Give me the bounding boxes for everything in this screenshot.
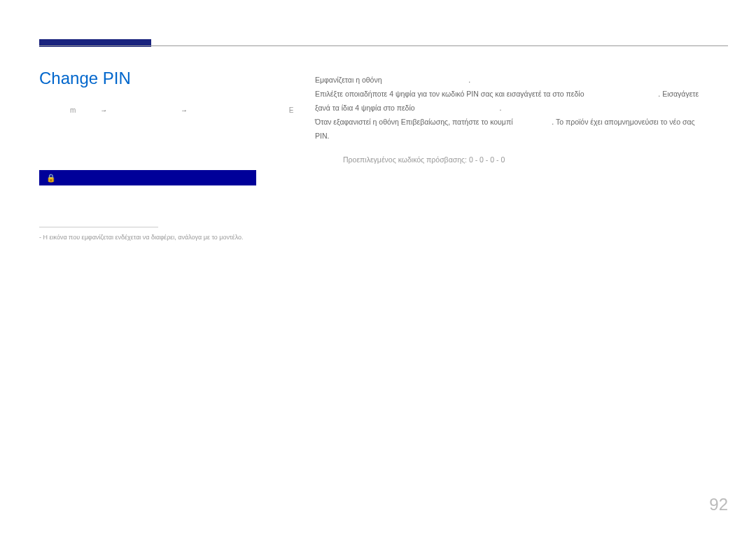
- page-number: 92: [709, 495, 728, 514]
- menu-item-selected: 🔒: [39, 170, 256, 185]
- text: . Εισαγάγετε: [658, 90, 699, 98]
- horizontal-rule: [39, 45, 728, 46]
- breadcrumb-end: E: [289, 106, 294, 114]
- text: Εμφανίζεται η οθόνη: [315, 76, 382, 84]
- text: . Το προϊόν έχει απομνημονεύσει το νέο σ…: [552, 118, 694, 126]
- text: Επιλέξτε οποιαδήποτε 4 ψηφία για τον κωδ…: [315, 90, 584, 98]
- text: .: [499, 104, 501, 112]
- text: .: [468, 76, 470, 84]
- breadcrumb: m → → E: [70, 106, 293, 114]
- content-line-4: Όταν εξαφανιστεί η οθόνη Επιβεβαίωσης, π…: [315, 115, 728, 129]
- arrow-right-icon: →: [100, 106, 107, 114]
- text: Όταν εξαφανιστεί η οθόνη Επιβεβαίωσης, π…: [315, 118, 512, 126]
- footnote-divider: [39, 227, 158, 227]
- content-line-2: Επιλέξτε οποιαδήποτε 4 ψηφία για τον κωδ…: [315, 87, 728, 101]
- content-text: Εμφανίζεται η οθόνη . Επιλέξτε οποιαδήπο…: [315, 73, 728, 167]
- breadcrumb-m: m: [70, 106, 76, 114]
- text: ξανά τα ίδια 4 ψηφία στο πεδίο: [315, 104, 415, 112]
- page-title: Change PIN: [39, 69, 131, 88]
- content-line-5: PIN.: [315, 129, 728, 143]
- footnote-text: - Η εικόνα που εμφανίζεται ενδέχεται να …: [39, 234, 244, 241]
- content-line-1: Εμφανίζεται η οθόνη .: [315, 73, 728, 87]
- content-line-3: ξανά τα ίδια 4 ψηφία στο πεδίο .: [315, 101, 728, 115]
- lock-icon: 🔒: [46, 174, 56, 183]
- arrow-right-icon: →: [181, 106, 188, 114]
- default-pin-note: Προεπιλεγμένος κωδικός πρόσβασης: 0 - 0 …: [343, 153, 728, 167]
